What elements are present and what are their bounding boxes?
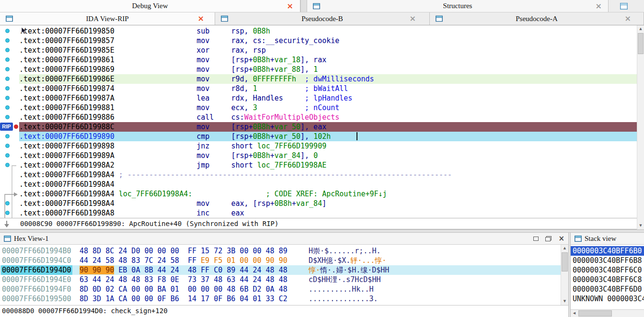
disasm-line[interactable]: .text:00007FF66D1998A8 inc eax xyxy=(19,208,637,218)
maximize-icon[interactable] xyxy=(533,237,539,241)
mouse-cursor-icon xyxy=(21,27,27,34)
tab-pseudocode-a[interactable]: Pseudocode-A × xyxy=(430,12,644,25)
code-seg xyxy=(115,190,119,198)
tab-pseudocode-b[interactable]: Pseudocode-B × xyxy=(215,12,430,25)
close-icon[interactable]: × xyxy=(198,15,204,23)
code-seg: ], xyxy=(300,151,313,160)
disasm-line[interactable]: .text:00007FF66D1998A4 loc_7FF66D1998A4:… xyxy=(19,189,637,199)
hex-bytes: 14 17 0F B6 04 01 33 C2 xyxy=(188,294,288,304)
instruction-dot[interactable] xyxy=(5,96,10,100)
tab-splitter[interactable] xyxy=(300,0,307,12)
stack-row[interactable]: 0000003C40BFF6C8 xyxy=(571,275,644,284)
disasm-line[interactable]: .text:00007FF66D1998A4 ; ---------------… xyxy=(19,170,637,180)
close-icon[interactable]: × xyxy=(625,15,631,23)
code-seg: xor xyxy=(196,46,209,55)
instruction-dot[interactable] xyxy=(5,144,10,148)
disassembly-scrollbar[interactable]: ▲ ▼ xyxy=(637,25,644,229)
disasm-line[interactable]: .text:00007FF66D19987A lea rdx, Handles … xyxy=(19,93,637,103)
instruction-dot[interactable] xyxy=(5,86,10,91)
disasm-line[interactable]: .text:00007FF66D1998A2 jmp short loc_7FF… xyxy=(19,160,637,170)
stack-row[interactable]: 0000003C40BFF6B0 xyxy=(571,246,644,256)
disasm-line[interactable]: .text:00007FF66D199898 jnz short loc_7FF… xyxy=(19,141,637,151)
hex-view-panel: Hex View-1 × 00007FF66D1994B048 8D 8C 24… xyxy=(0,233,568,317)
instruction-dot[interactable] xyxy=(5,115,10,119)
instruction-dot[interactable] xyxy=(5,77,10,81)
close-icon[interactable]: × xyxy=(558,235,564,242)
code-seg: ; lpHandles xyxy=(305,94,352,102)
scroll-left-button[interactable]: ◀ xyxy=(571,310,578,317)
code-seg: mov xyxy=(196,151,209,160)
float-window-icon[interactable] xyxy=(545,236,552,241)
disasm-line[interactable]: .text:00007FF66D199886 call cs:WaitForMu… xyxy=(19,113,637,122)
stack-hscrollbar[interactable]: ◀ xyxy=(571,309,644,317)
scroll-down-button[interactable]: ▼ xyxy=(637,222,644,229)
instruction-dot[interactable] xyxy=(5,134,10,138)
instruction-dot[interactable] xyxy=(5,153,10,158)
hex-row[interactable]: 00007FF66D1994B048 8D 8C 24 D0 00 00 00F… xyxy=(0,246,561,256)
code-seg: loc_7FF66D1998A4: xyxy=(119,190,193,198)
code-seg xyxy=(115,132,197,141)
disasm-line[interactable]: .text:00007FF66D1998A4 xyxy=(19,180,637,189)
disasm-line[interactable]: .text:00007FF66D19986E mov r9d, 0FFFFFFF… xyxy=(19,74,637,84)
scroll-thumb[interactable] xyxy=(638,33,644,54)
disasm-line[interactable]: .text:00007FF66D199861 mov [rsp+0B8h+var… xyxy=(19,55,637,65)
tab-structures[interactable]: Structures × xyxy=(307,0,609,12)
stack-row[interactable]: 0000003C40BFF6B8 xyxy=(571,256,644,265)
breakpoint-dot[interactable] xyxy=(14,125,18,129)
disasm-line[interactable]: .text:00007FF66D199874 mov r8d, 1 ; bWai… xyxy=(19,84,637,93)
stack-row[interactable]: UNKNOWN 0000003C4 xyxy=(571,294,644,304)
scroll-up-button[interactable]: ▲ xyxy=(637,25,644,33)
stack-view-titlebar: Stack view xyxy=(571,233,644,245)
scroll-thumb[interactable] xyxy=(562,252,568,272)
hex-address: 00007FF66D1994B0 xyxy=(2,246,71,256)
instruction-dot[interactable] xyxy=(5,105,10,110)
code-seg: var_50 xyxy=(275,123,300,131)
stack-row[interactable]: 0000003C40BFF6C0 xyxy=(571,265,644,275)
disasm-line[interactable]: .text:00007FF66D19988C mov [rsp+0B8h+var… xyxy=(19,122,637,132)
instruction-dot[interactable] xyxy=(5,48,10,52)
close-icon[interactable]: × xyxy=(410,15,416,23)
hex-address: 00007FF66D1994E0 xyxy=(2,275,71,284)
disasm-line[interactable]: .text:00007FF66D199850 sub rsp, 0B8h xyxy=(19,26,637,36)
scroll-up-button[interactable]: ▲ xyxy=(561,245,568,252)
code-seg: short xyxy=(231,142,257,150)
code-seg xyxy=(257,103,305,112)
code-seg xyxy=(115,170,119,179)
hex-row[interactable]: 00007FF66D1994D090 90 90 EB 0A 8B 44 244… xyxy=(0,265,561,275)
code-seg: .text:00007FF66D199898 xyxy=(19,142,115,150)
instruction-dot[interactable] xyxy=(5,201,10,205)
code-seg: mov xyxy=(196,199,209,208)
scroll-down-button[interactable]: ▼ xyxy=(561,298,568,305)
hex-row[interactable]: 00007FF66D1995008D 3D 1A CA 00 00 0F B61… xyxy=(0,294,561,304)
disasm-line[interactable]: .text:00007FF66D1998A4 mov eax, [rsp+0B8… xyxy=(19,199,637,208)
instruction-dot[interactable] xyxy=(5,163,10,167)
hex-row[interactable]: 00007FF66D1994C044 24 58 48 83 7C 24 58F… xyxy=(0,256,561,265)
corner-widget[interactable] xyxy=(609,0,644,12)
disasm-line[interactable]: .text:00007FF66D199857 mov rax, cs:__sec… xyxy=(19,36,637,45)
close-icon[interactable]: × xyxy=(596,2,602,10)
close-icon[interactable]: × xyxy=(287,2,293,10)
code-seg: eax xyxy=(231,209,244,217)
instruction-dot[interactable] xyxy=(5,67,10,71)
disasm-line[interactable]: .text:00007FF66D199890 cmp [rsp+0B8h+var… xyxy=(19,132,637,141)
instruction-dot[interactable] xyxy=(5,211,10,215)
disasm-line[interactable]: .text:00007FF66D199881 mov ecx, 3 ; nCou… xyxy=(19,103,637,113)
scroll-thumb[interactable] xyxy=(578,310,612,317)
disasm-line[interactable]: .text:00007FF66D199869 mov [rsp+0B8h+var… xyxy=(19,65,637,74)
hex-scrollbar[interactable]: ▲ ▼ xyxy=(561,245,568,305)
horizontal-splitter[interactable] xyxy=(0,229,644,233)
disassembly-code[interactable]: .text:00007FF66D199850 sub rsp, 0B8h.tex… xyxy=(19,25,637,218)
hex-row[interactable]: 00007FF66D1994F08D 0D 02 CA 00 00 BA 010… xyxy=(0,284,561,294)
code-seg xyxy=(331,132,356,141)
instruction-dot[interactable] xyxy=(5,29,10,33)
code-seg: + xyxy=(270,151,275,160)
disasm-line[interactable]: .text:00007FF66D19985E xor rax, rsp xyxy=(19,45,637,55)
stack-row[interactable]: 0000003C40BFF6D0 xyxy=(571,284,644,294)
tab-ida-view-rip[interactable]: IDA View-RIP × xyxy=(0,12,215,25)
instruction-dot[interactable] xyxy=(5,57,10,62)
instruction-dot[interactable] xyxy=(5,38,10,43)
tab-debug-view[interactable]: Debug View × xyxy=(0,0,300,12)
disasm-line[interactable]: .text:00007FF66D19989A mov [rsp+0B8h+var… xyxy=(19,151,637,160)
navigation-band[interactable]: RIP xyxy=(0,25,19,218)
hex-row[interactable]: 00007FF66D1994E063 44 24 48 48 83 F8 0E7… xyxy=(0,275,561,284)
